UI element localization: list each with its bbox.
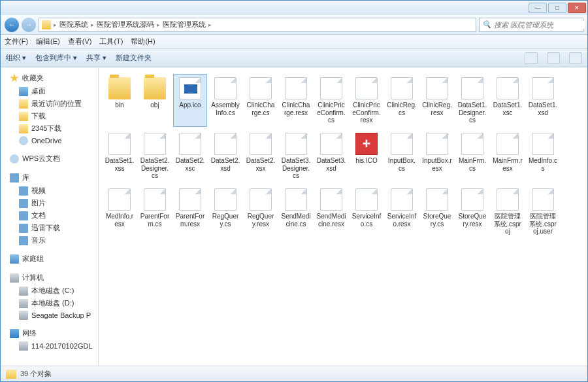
file-item[interactable]: ClinicPriceConfirm.cs bbox=[314, 74, 348, 127]
maximize-button[interactable]: □ bbox=[548, 3, 566, 13]
newfolder-button[interactable]: 新建文件夹 bbox=[116, 53, 152, 63]
folder-icon bbox=[19, 124, 28, 133]
file-item[interactable]: his.ICO bbox=[350, 130, 384, 182]
file-icon bbox=[144, 133, 166, 155]
file-item[interactable]: MainFrm.cs bbox=[455, 130, 489, 182]
file-item[interactable]: DataSet2.Designer.cs bbox=[138, 130, 172, 182]
sidebar-item-documents[interactable]: 文档 bbox=[1, 209, 98, 222]
file-list[interactable]: binobjApp.icoAssemblyInfo.csClinicCharge… bbox=[99, 67, 587, 366]
titlebar: — □ ✕ bbox=[1, 1, 587, 15]
back-button[interactable]: ← bbox=[5, 18, 19, 32]
file-item[interactable]: RegQuery.resx bbox=[244, 185, 278, 238]
menu-help[interactable]: 帮助(H) bbox=[131, 37, 155, 46]
include-button[interactable]: 包含到库中 ▾ bbox=[35, 53, 77, 63]
file-item[interactable]: RegQuery.cs bbox=[208, 185, 242, 238]
file-item[interactable]: MainFrm.resx bbox=[491, 130, 525, 182]
file-item[interactable]: StoreQuery.cs bbox=[420, 185, 454, 238]
sidebar-item-onedrive[interactable]: OneDrive bbox=[1, 135, 98, 147]
sidebar-item-music[interactable]: 音乐 bbox=[1, 234, 98, 247]
file-item[interactable]: DataSet3.Designer.cs bbox=[279, 130, 313, 182]
sidebar-item-drive-c[interactable]: 本地磁盘 (C:) bbox=[1, 285, 98, 297]
menu-tools[interactable]: 工具(T) bbox=[99, 37, 123, 46]
file-item[interactable]: DataSet2.xsd bbox=[208, 130, 242, 182]
file-item[interactable]: MedInfo.resx bbox=[103, 185, 137, 238]
file-icon bbox=[391, 77, 413, 99]
folder-icon bbox=[144, 77, 166, 99]
search-box[interactable]: 🔍 bbox=[479, 18, 583, 32]
file-icon bbox=[497, 77, 519, 99]
sidebar-favorites[interactable]: 收藏夹 bbox=[1, 71, 98, 85]
file-item[interactable]: DataSet2.xsx bbox=[244, 130, 278, 182]
file-icon bbox=[214, 133, 237, 155]
file-item[interactable]: InputBox.cs bbox=[385, 130, 419, 182]
help-button[interactable] bbox=[569, 52, 582, 64]
file-item[interactable]: DataSet3.xsd bbox=[314, 130, 348, 182]
crumb-item[interactable]: 医院管理系统源码 bbox=[97, 20, 154, 29]
sidebar-item-downloads[interactable]: 下载 bbox=[1, 110, 98, 122]
sidebar-item-desktop[interactable]: 桌面 bbox=[1, 85, 98, 97]
file-label: RegQuery.resx bbox=[246, 213, 276, 228]
breadcrumb[interactable]: ▸ 医院系统 ▸ 医院管理系统源码 ▸ 医院管理系统 ▸ bbox=[39, 18, 476, 32]
file-item[interactable]: obj bbox=[138, 74, 172, 127]
sidebar-network[interactable]: 网络 bbox=[1, 326, 98, 340]
file-item[interactable]: InputBox.resx bbox=[420, 130, 454, 182]
file-item[interactable]: StoreQuery.resx bbox=[455, 185, 489, 238]
close-button[interactable]: ✕ bbox=[568, 3, 586, 13]
file-item[interactable]: DataSet1.xss bbox=[103, 130, 137, 182]
file-item[interactable]: DataSet1.xsc bbox=[491, 74, 525, 127]
status-bar: 39 个对象 bbox=[1, 366, 587, 381]
menu-file[interactable]: 文件(F) bbox=[5, 37, 28, 46]
homegroup-icon bbox=[10, 254, 19, 264]
sidebar-libraries[interactable]: 库 bbox=[1, 171, 98, 184]
sidebar-item-xunlei[interactable]: 迅雷下载 bbox=[1, 222, 98, 234]
organize-button[interactable]: 组织 ▾ bbox=[6, 53, 26, 63]
crumb-item[interactable]: 医院管理系统 bbox=[163, 20, 206, 29]
view-options-button[interactable] bbox=[525, 52, 538, 64]
file-item[interactable]: 医院管理系统.csproj.user bbox=[526, 185, 560, 238]
file-item[interactable]: bin bbox=[103, 74, 137, 127]
sidebar-item-seagate[interactable]: Seagate Backup P bbox=[1, 309, 98, 321]
sidebar-item-network-pc[interactable]: 114-20170102GDL bbox=[1, 340, 98, 352]
file-item[interactable]: ClinicCharge.resx bbox=[279, 74, 313, 127]
file-item[interactable]: DataSet1.Designer.cs bbox=[455, 74, 489, 127]
file-item[interactable]: SendMedicine.cs bbox=[279, 185, 313, 238]
file-item[interactable]: SendMedicine.resx bbox=[314, 185, 348, 238]
file-item[interactable]: DataSet2.xsc bbox=[173, 130, 207, 182]
file-item[interactable]: ParentForm.cs bbox=[138, 185, 172, 238]
sidebar-item-drive-d[interactable]: 本地磁盘 (D:) bbox=[1, 297, 98, 309]
file-item[interactable]: ServiceInfo.cs bbox=[350, 185, 384, 238]
preview-pane-button[interactable] bbox=[547, 52, 560, 64]
file-icon bbox=[285, 188, 307, 211]
folder-icon bbox=[42, 20, 51, 29]
file-item[interactable]: ClinicPriceConfirm.resx bbox=[350, 74, 384, 127]
file-item[interactable]: MedInfo.cs bbox=[526, 130, 560, 182]
file-item[interactable]: App.ico bbox=[173, 74, 207, 127]
menu-view[interactable]: 查看(V) bbox=[68, 37, 92, 46]
file-item[interactable]: 医院管理系统.csproj bbox=[491, 185, 525, 238]
file-item[interactable]: DataSet1.xsd bbox=[526, 74, 560, 127]
chevron-right-icon: ▸ bbox=[91, 22, 94, 28]
file-item[interactable]: AssemblyInfo.cs bbox=[208, 74, 242, 127]
sidebar-wps[interactable]: WPS云文档 bbox=[1, 152, 98, 165]
sidebar-item-pictures[interactable]: 图片 bbox=[1, 197, 98, 209]
menu-edit[interactable]: 编辑(E) bbox=[36, 37, 60, 46]
sidebar-item-videos[interactable]: 视频 bbox=[1, 184, 98, 197]
file-item[interactable]: ServiceInfo.resx bbox=[385, 185, 419, 238]
forward-button[interactable]: → bbox=[22, 18, 36, 32]
sidebar-homegroup[interactable]: 家庭组 bbox=[1, 252, 98, 266]
file-item[interactable]: ClinicReg.cs bbox=[385, 74, 419, 127]
share-button[interactable]: 共享 ▾ bbox=[86, 53, 106, 63]
sidebar-item-2345[interactable]: 2345下载 bbox=[1, 122, 98, 135]
file-label: DataSet1.xss bbox=[105, 157, 135, 172]
file-label: bin bbox=[115, 101, 123, 109]
file-item[interactable]: ClinicCharge.cs bbox=[244, 74, 278, 127]
sidebar-item-recent[interactable]: 最近访问的位置 bbox=[1, 97, 98, 110]
file-icon bbox=[250, 133, 272, 155]
search-input[interactable] bbox=[494, 21, 585, 29]
sidebar-computer[interactable]: 计算机 bbox=[1, 271, 98, 285]
chevron-right-icon: ▸ bbox=[157, 22, 160, 28]
minimize-button[interactable]: — bbox=[529, 3, 547, 13]
file-item[interactable]: ClinicReg.resx bbox=[420, 74, 454, 127]
crumb-item[interactable]: 医院系统 bbox=[59, 20, 88, 29]
file-item[interactable]: ParentForm.resx bbox=[173, 185, 207, 238]
